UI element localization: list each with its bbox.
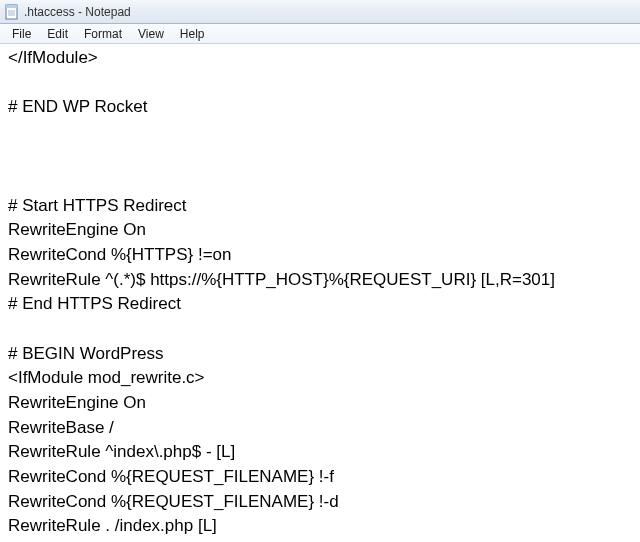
- menu-help[interactable]: Help: [172, 26, 213, 42]
- notepad-icon: [4, 4, 20, 20]
- window-title: .htaccess - Notepad: [24, 5, 636, 19]
- menu-edit[interactable]: Edit: [39, 26, 76, 42]
- titlebar: .htaccess - Notepad: [0, 0, 640, 24]
- svg-rect-1: [6, 5, 17, 8]
- text-editor[interactable]: [0, 44, 640, 542]
- menubar: File Edit Format View Help: [0, 24, 640, 44]
- menu-format[interactable]: Format: [76, 26, 130, 42]
- menu-view[interactable]: View: [130, 26, 172, 42]
- menu-file[interactable]: File: [4, 26, 39, 42]
